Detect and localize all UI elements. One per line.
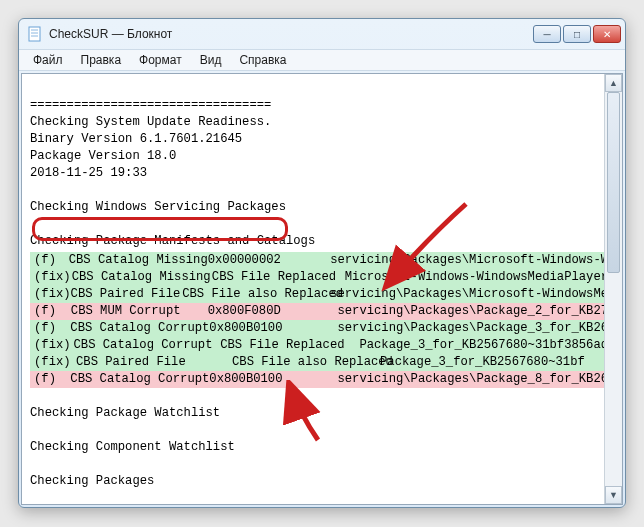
minimize-button[interactable]: ─ [533,25,561,43]
notepad-icon [27,26,43,42]
table-row: (f)CBS Catalog Missing0x00000002servicin… [30,252,604,269]
log-line: Checking Packages [30,474,154,488]
scroll-up-button[interactable]: ▲ [605,74,622,92]
log-line: ================================= [30,98,271,112]
menu-help[interactable]: Справка [231,51,294,69]
scroll-thumb[interactable] [607,92,620,273]
table-row: (fix)CBS Catalog CorruptCBS File Replace… [30,337,604,354]
table-cell: CBS File Replaced [212,269,345,286]
table-cell: servicing\Packages\Microsoft-Windows-Win… [330,252,604,269]
table-row: (f)CBS Catalog Corrupt0x800B0100servicin… [30,320,604,337]
table-cell: CBS Paired File [76,354,232,371]
table-cell: (fix) [30,354,76,371]
table-cell: servicing\Packages\Package_3_for_KB26858 [337,320,604,337]
scroll-track[interactable] [605,92,622,486]
text-area-container: ================================= Checki… [21,73,623,505]
table-row: (fix)CBS Catalog MissingCBS File Replace… [30,269,604,286]
table-row: (fix)CBS Paired FileCBS File also Replac… [30,354,604,371]
table-cell: CBS Paired File [71,286,183,303]
table-cell: 0x800B0100 [209,371,337,388]
maximize-button[interactable]: □ [563,25,591,43]
menu-file[interactable]: Файл [25,51,71,69]
table-cell: CBS Catalog Missing [69,252,208,269]
table-cell: CBS Catalog Corrupt [70,371,209,388]
log-line: 2018-11-25 19:33 [30,166,147,180]
log-table: (f)CBS Catalog Missing0x00000002servicin… [30,252,598,388]
table-cell: CBS Catalog Corrupt [74,337,221,354]
window-title: CheckSUR — Блокнот [49,27,527,41]
table-row: (f)CBS Catalog Corrupt0x800B0100servicin… [30,371,604,388]
table-cell: (fix) [30,286,71,303]
scroll-down-button[interactable]: ▼ [605,486,622,504]
table-cell: CBS File also Replaced [182,286,330,303]
svg-rect-0 [29,27,40,41]
table-cell: Package_3_for_KB2567680~31bf [380,354,604,371]
table-cell: CBS Catalog Missing [72,269,212,286]
log-line: Checking Package Watchlist [30,406,220,420]
table-cell: (fix) [30,337,74,354]
table-cell: CBS MUM Corrupt [71,303,208,320]
menu-view[interactable]: Вид [192,51,230,69]
table-cell: CBS File Replaced [220,337,359,354]
table-cell: 0x800B0100 [209,320,337,337]
menubar: Файл Правка Формат Вид Справка [19,49,625,71]
table-row: (fix)CBS Paired FileCBS File also Replac… [30,286,604,303]
notepad-window: CheckSUR — Блокнот ─ □ ✕ Файл Правка Фор… [18,18,626,508]
table-cell: CBS Catalog Corrupt [70,320,209,337]
table-cell: (f) [30,252,69,269]
table-cell: servicing\Packages\Package_8_for_KB26858 [337,371,604,388]
log-line: Checking Windows Servicing Packages [30,200,286,214]
table-cell: Package_3_for_KB2567680~31bf3856ad346 [359,337,604,354]
log-line: Checking Package Manifests and Catalogs [30,234,315,248]
log-line: Package Version 18.0 [30,149,176,163]
close-button[interactable]: ✕ [593,25,621,43]
log-line: Checking Component Watchlist [30,440,235,454]
menu-edit[interactable]: Правка [73,51,130,69]
log-line: Checking System Update Readiness. [30,115,271,129]
table-cell: (f) [30,320,70,337]
table-cell: Microsoft-Windows-WindowsMediaPlayer-Tr [345,269,604,286]
menu-format[interactable]: Формат [131,51,190,69]
table-row: (f)CBS MUM Corrupt0x800F080Dservicing\Pa… [30,303,604,320]
table-cell: (fix) [30,269,72,286]
table-cell: CBS File also Replaced [232,354,380,371]
table-cell: (f) [30,303,71,320]
table-cell: 0x00000002 [208,252,330,269]
table-cell: servicing\Packages\Package_2_for_KB27576 [337,303,604,320]
titlebar[interactable]: CheckSUR — Блокнот ─ □ ✕ [19,19,625,49]
table-cell: 0x800F080D [208,303,338,320]
table-cell: servicing\Packages\Microsoft-WindowsMedi… [330,286,604,303]
window-controls: ─ □ ✕ [533,25,621,43]
table-cell: (f) [30,371,70,388]
text-area[interactable]: ================================= Checki… [22,74,604,504]
vertical-scrollbar[interactable]: ▲ ▼ [604,74,622,504]
log-line: Binary Version 6.1.7601.21645 [30,132,242,146]
